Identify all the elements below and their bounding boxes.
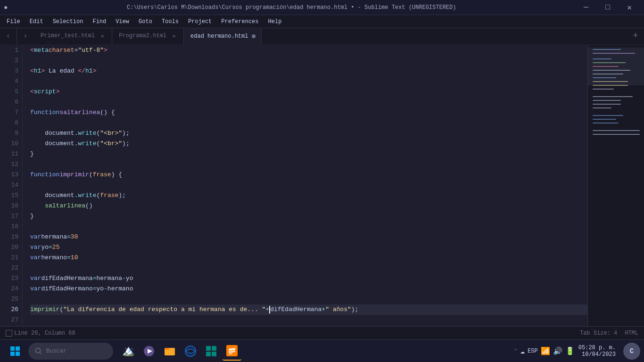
menu-edit[interactable]: Edit	[25, 16, 48, 27]
tray-arrow-icon[interactable]: ⌃	[514, 347, 517, 354]
tray-lang-label[interactable]: ESP	[528, 348, 538, 354]
menu-file[interactable]: File	[2, 16, 25, 27]
code-line-2	[30, 56, 587, 66]
line-num-4: 4	[0, 76, 18, 87]
taskbar: Buscar 🏔️	[0, 339, 644, 362]
tab-close-programa2[interactable]: ✕	[170, 32, 178, 40]
menu-goto[interactable]: Goto	[134, 16, 157, 27]
tray-speaker-icon[interactable]: 🔊	[553, 346, 562, 356]
svg-rect-8	[593, 81, 628, 82]
code-line-26: imprimir("La diferencia de edad respecto…	[30, 304, 587, 315]
line-num-14: 14	[0, 180, 18, 190]
tab-nav-left[interactable]: ‹	[0, 28, 17, 44]
tab-primer-test[interactable]: Primer_test.html ✕	[34, 28, 112, 44]
title-bar: ● C:\Users\Carlos M\Downloads\Cursos pro…	[0, 0, 644, 15]
svg-rect-18	[593, 130, 640, 131]
taskbar-search[interactable]: Buscar	[28, 343, 113, 360]
code-line-25	[30, 294, 587, 304]
menu-tools[interactable]: Tools	[157, 16, 183, 27]
tab-edad-hermano[interactable]: edad hermano.html	[184, 28, 262, 44]
menu-preferences[interactable]: Preferences	[216, 16, 263, 27]
svg-rect-20	[10, 346, 15, 351]
line-num-18: 18	[0, 222, 18, 232]
taskbar-photos-icon[interactable]: 🏔️	[119, 342, 138, 361]
tray-icons[interactable]: ⌃ ☁️ ESP 📶 🔊 🔋	[514, 346, 574, 356]
code-content[interactable]: <meta charset="utf-8"> <h1> La edad </h1…	[23, 45, 587, 326]
line-num-27: 27	[0, 315, 18, 325]
taskbar-browser-icon[interactable]	[181, 342, 200, 361]
code-line-10: document.write("<br>");	[30, 139, 587, 149]
line-num-15: 15	[0, 190, 18, 201]
tab-close-primer[interactable]: ✕	[99, 32, 106, 40]
taskbar-files-icon[interactable]	[160, 342, 179, 361]
tab-label: Programa2.html	[119, 33, 166, 39]
line-num-5: 5	[0, 87, 18, 97]
svg-rect-2	[593, 58, 611, 59]
tab-bar: ‹ › Primer_test.html ✕ Programa2.html ✕ …	[0, 28, 644, 45]
status-bar: Line 26, Column 68 Tab Size: 4 HTML	[0, 326, 644, 339]
menu-find[interactable]: Find	[88, 16, 111, 27]
taskbar-store-icon[interactable]	[202, 342, 221, 361]
minimap	[587, 45, 644, 326]
code-line-3: <h1> La edad </h1>	[30, 66, 587, 76]
svg-rect-29	[165, 348, 169, 350]
line-num-3: 3	[0, 66, 18, 76]
code-line-8	[30, 118, 587, 128]
tab-add-button[interactable]: +	[627, 28, 644, 44]
code-line-13: function imprimir(frase) {	[30, 170, 587, 180]
clock-time: 05:28 p. m.	[578, 345, 616, 351]
menu-view[interactable]: View	[111, 16, 134, 27]
svg-point-30	[185, 346, 196, 356]
tray-wifi-icon[interactable]: 📶	[541, 346, 550, 356]
svg-rect-34	[206, 352, 211, 356]
clock[interactable]: 05:28 p. m. 10/04/2023	[578, 345, 616, 358]
svg-rect-19	[593, 134, 640, 135]
tab-nav-right[interactable]: ›	[17, 28, 34, 44]
svg-point-31	[187, 348, 194, 354]
taskbar-video-icon[interactable]	[140, 342, 158, 361]
clock-date: 10/04/2023	[578, 351, 616, 358]
language-status[interactable]: HTML	[625, 330, 638, 337]
user-avatar[interactable]: C	[623, 343, 640, 360]
tray-battery-icon[interactable]: 🔋	[565, 346, 575, 356]
menu-selection[interactable]: Selection	[48, 16, 88, 27]
svg-rect-22	[10, 352, 15, 356]
line-num-23: 23	[0, 273, 18, 284]
line-num-13: 13	[0, 170, 18, 180]
code-line-24: var difEdadHermano = yo - hermano	[30, 284, 587, 294]
tab-modified-indicator	[252, 34, 256, 38]
tray-cloud-icon[interactable]: ☁️	[520, 346, 525, 356]
tab-size-status[interactable]: Tab Size: 4	[580, 330, 617, 337]
tab-programa2[interactable]: Programa2.html ✕	[112, 28, 184, 44]
menu-help[interactable]: Help	[264, 16, 287, 27]
line-num-25: 25	[0, 294, 18, 304]
svg-rect-12	[593, 100, 621, 101]
code-line-7: function saltarlinea() {	[30, 107, 587, 118]
code-line-9: document.write("<br>");	[30, 128, 587, 139]
svg-rect-5	[593, 70, 630, 71]
line-num-17: 17	[0, 211, 18, 222]
window-controls[interactable]: ─ □ ✕	[575, 0, 640, 15]
svg-line-25	[40, 352, 41, 354]
svg-rect-3	[593, 62, 626, 63]
minimize-button[interactable]: ─	[575, 0, 597, 15]
code-line-20: var yo = 25	[30, 242, 587, 253]
svg-rect-17	[593, 123, 619, 123]
code-line-11: }	[30, 149, 587, 159]
start-button[interactable]	[6, 342, 25, 361]
line-column-status: Line 26, Column 68	[14, 330, 75, 337]
line-num-26: 26	[0, 304, 18, 315]
line-num-11: 11	[0, 149, 18, 159]
maximize-button[interactable]: □	[597, 0, 619, 15]
line-num-6: 6	[0, 97, 18, 107]
menu-project[interactable]: Project	[183, 16, 216, 27]
svg-rect-4	[593, 66, 619, 67]
svg-rect-16	[593, 119, 616, 120]
code-line-22	[30, 263, 587, 273]
line-num-20: 20	[0, 242, 18, 253]
code-line-23: var difEdadHermana = hermana - yo	[30, 273, 587, 284]
line-num-7: 7	[0, 107, 18, 118]
taskbar-sublime-icon[interactable]	[223, 342, 241, 361]
code-line-21: var hermano = 10	[30, 253, 587, 263]
close-button[interactable]: ✕	[619, 0, 640, 15]
